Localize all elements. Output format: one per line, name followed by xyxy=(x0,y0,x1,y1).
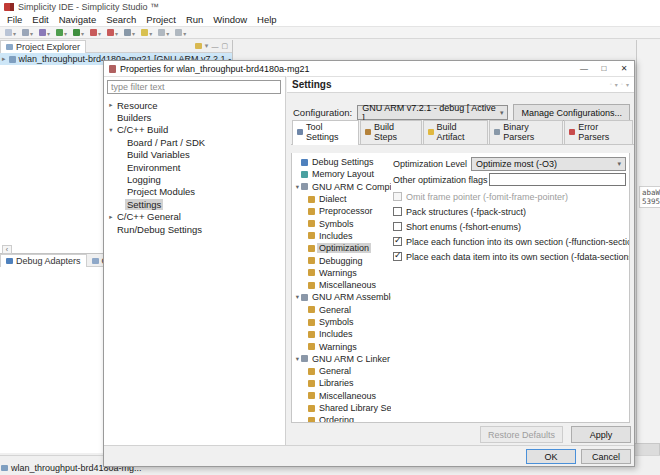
toolbar-button[interactable] xyxy=(20,28,35,38)
chevron-down-icon[interactable] xyxy=(13,28,16,38)
menu-item[interactable]: Navigate xyxy=(54,14,102,25)
category-tree-item[interactable]: ▾ C/C++ Build xyxy=(104,124,285,136)
checkbox-icon[interactable] xyxy=(393,207,402,216)
expand-arrow-icon[interactable]: ▸ xyxy=(107,213,115,221)
close-icon[interactable]: ✕ xyxy=(614,64,634,73)
chevron-down-icon[interactable] xyxy=(64,28,67,38)
settings-tab[interactable]: Error Parsers xyxy=(564,120,633,144)
chevron-down-icon[interactable] xyxy=(98,28,101,38)
category-tree-item[interactable]: Board / Part / SDK xyxy=(104,136,285,148)
expand-arrow-icon[interactable]: ▾ xyxy=(107,126,115,134)
option-checkbox-row[interactable]: Short enums (-fshort-enums) xyxy=(393,219,626,234)
expand-arrow-icon[interactable]: ▾ xyxy=(294,183,301,191)
tool-tree-item[interactable]: Warnings xyxy=(292,340,391,352)
category-tree-item[interactable]: Settings xyxy=(104,198,285,210)
menu-item[interactable]: Help xyxy=(252,14,282,25)
option-checkbox-row[interactable]: Place each function into its own section… xyxy=(393,234,626,249)
toolbar-button[interactable] xyxy=(173,28,188,38)
tool-tree-item[interactable]: Miscellaneous xyxy=(292,390,391,402)
settings-tab[interactable]: Binary Parsers xyxy=(489,120,563,144)
manage-configurations-button[interactable]: Manage Configurations... xyxy=(513,104,630,121)
category-tree-item[interactable]: Project Modules xyxy=(104,186,285,198)
category-tree-item[interactable]: Environment xyxy=(104,161,285,173)
tool-tree-item[interactable]: Warnings xyxy=(292,267,391,279)
expand-arrow-icon[interactable]: ▸ xyxy=(107,101,115,109)
view-menu-icon[interactable]: ▾ xyxy=(205,42,209,50)
toolbar-button[interactable] xyxy=(156,28,171,38)
category-tree-item[interactable]: Builders xyxy=(104,111,285,123)
chevron-down-icon[interactable] xyxy=(30,28,33,38)
tool-tree-item[interactable]: Preprocessor xyxy=(292,205,391,217)
tool-tree-item[interactable]: Libraries xyxy=(292,377,391,389)
toolbar-button[interactable] xyxy=(139,28,154,38)
toolbar-button[interactable] xyxy=(37,28,52,38)
expand-arrow-icon[interactable]: ▾ xyxy=(294,355,301,363)
category-tree-item[interactable]: Logging xyxy=(104,173,285,185)
chevron-down-icon[interactable] xyxy=(166,28,169,38)
back-history-icon[interactable] xyxy=(615,81,618,88)
tool-tree-item[interactable]: Dialect xyxy=(292,193,391,205)
chevron-down-icon[interactable] xyxy=(81,28,84,38)
checkbox-icon[interactable] xyxy=(393,252,402,261)
menu-item[interactable]: File xyxy=(2,14,27,25)
forward-history-icon[interactable] xyxy=(626,81,629,88)
toolbar-button[interactable] xyxy=(54,28,69,38)
tool-tree-item[interactable]: Includes xyxy=(292,230,391,242)
expand-arrow-icon[interactable]: ▾ xyxy=(294,293,301,301)
ok-button[interactable]: OK xyxy=(526,449,576,464)
settings-tab[interactable]: Tool Settings xyxy=(292,120,359,145)
chevron-down-icon[interactable] xyxy=(132,28,135,38)
tab-scroll-left-icon[interactable]: ‹ xyxy=(2,245,12,254)
minimize-icon[interactable]: — xyxy=(574,64,594,73)
settings-tab[interactable]: Build Artifact xyxy=(423,120,489,144)
checkbox-icon[interactable] xyxy=(393,222,402,231)
tool-tree-item[interactable]: General xyxy=(292,365,391,377)
chevron-down-icon[interactable] xyxy=(149,28,152,38)
minimize-view-icon[interactable]: — xyxy=(211,43,218,50)
collapse-all-icon[interactable] xyxy=(195,43,202,49)
option-checkbox-row[interactable]: Pack structures (-fpack-struct) xyxy=(393,204,626,219)
category-tree-item[interactable]: ▸ C/C++ General xyxy=(104,211,285,223)
category-tree-item[interactable]: Build Variables xyxy=(104,149,285,161)
optimization-level-select[interactable]: Optimize most (-O3) xyxy=(471,157,626,171)
menu-item[interactable]: Run xyxy=(181,14,208,25)
tool-tree-item[interactable]: Debugging xyxy=(292,254,391,266)
menu-item[interactable]: Window xyxy=(208,14,252,25)
menu-item[interactable]: Project xyxy=(141,14,181,25)
maximize-icon[interactable]: □ xyxy=(594,64,614,73)
filter-input[interactable] xyxy=(107,80,281,94)
tab-project-explorer[interactable]: Project Explorer xyxy=(0,40,86,53)
maximize-view-icon[interactable]: ▢ xyxy=(221,42,228,50)
tab-debug-adapters[interactable]: Debug Adapters xyxy=(0,254,87,267)
tool-tree-item[interactable]: ▾ GNU ARM C Linker xyxy=(292,353,391,365)
toolbar-button[interactable] xyxy=(88,28,103,38)
dialog-titlebar[interactable]: Properties for wlan_throughput-brd4180a-… xyxy=(104,61,634,76)
configuration-select[interactable]: GNU ARM v7.2.1 - debug [ Active ] xyxy=(357,105,508,120)
expand-arrow-icon[interactable]: ▸ xyxy=(2,55,6,63)
checkbox-icon[interactable] xyxy=(393,237,402,246)
tool-tree-item[interactable]: ▾ GNU ARM Assembler xyxy=(292,291,391,303)
other-flags-input[interactable] xyxy=(489,173,626,186)
menu-item[interactable]: Edit xyxy=(27,14,53,25)
tool-tree-item[interactable]: ▾ GNU ARM C Compiler xyxy=(292,181,391,193)
tool-tree-item[interactable]: Symbols xyxy=(292,316,391,328)
toolbar-button[interactable] xyxy=(105,28,120,38)
chevron-down-icon[interactable] xyxy=(47,28,50,38)
menu-item[interactable]: Search xyxy=(101,14,141,25)
tool-tree-item[interactable]: Includes xyxy=(292,328,391,340)
back-icon[interactable] xyxy=(610,81,612,88)
category-tree-item[interactable]: Run/Debug Settings xyxy=(104,223,285,235)
forward-icon[interactable] xyxy=(621,81,623,88)
category-tree-item[interactable]: ▸ Resource xyxy=(104,99,285,111)
tool-tree-item[interactable]: Ordering xyxy=(292,414,391,422)
settings-tab[interactable]: Build Steps xyxy=(360,120,421,144)
tool-tree-item[interactable]: Miscellaneous xyxy=(292,279,391,291)
option-checkbox-row[interactable]: Place each data item into its own sectio… xyxy=(393,249,626,264)
cancel-button[interactable]: Cancel xyxy=(581,449,631,464)
toolbar-button[interactable] xyxy=(122,28,137,38)
apply-button[interactable]: Apply xyxy=(571,426,631,443)
tool-tree-item[interactable]: General xyxy=(292,304,391,316)
tool-tree-item[interactable]: Shared Library Settings xyxy=(292,402,391,414)
tool-tree-item[interactable]: Symbols xyxy=(292,217,391,229)
toolbar-button[interactable] xyxy=(71,28,86,38)
